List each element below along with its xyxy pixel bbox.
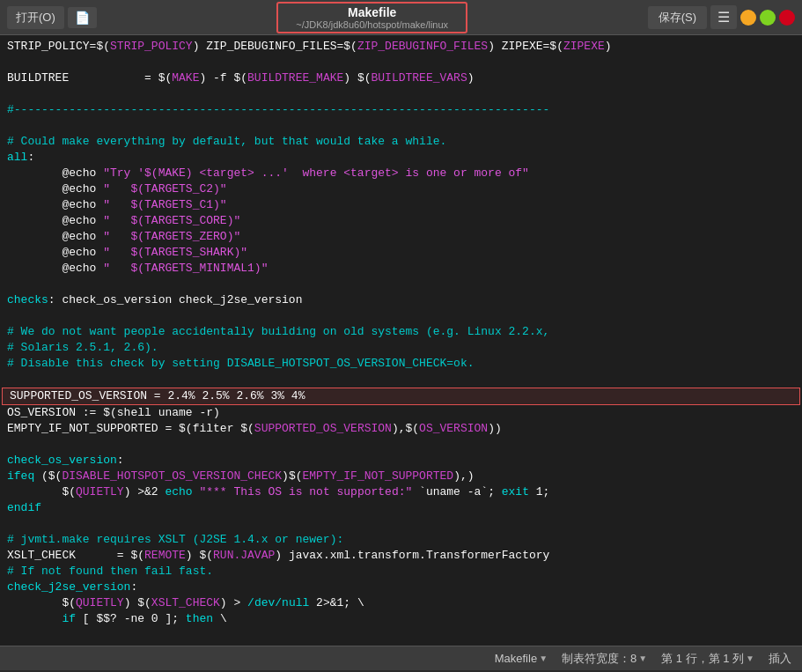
code-line: @echo " $(TARGETS_SHARK)" xyxy=(0,245,802,261)
filetype-selector[interactable]: Makefile ▼ xyxy=(495,652,548,665)
code-text: @echo xyxy=(7,245,103,261)
statusbar-right: Makefile ▼ 制表符宽度：8 ▼ 第 1 行，第 1 列 ▼ 插入 xyxy=(495,651,791,667)
code-line: # If not found then fail fast. xyxy=(0,564,802,580)
code-text: )) xyxy=(488,421,502,437)
code-text: @echo xyxy=(7,197,103,213)
code-text: `uname -a`; xyxy=(412,484,501,500)
window-path: ~/JDK8/jdk8u60/hotspot/make/linux xyxy=(296,19,448,30)
code-line: # jvmti.make requires XSLT (J2SE 1.4.x o… xyxy=(0,532,802,548)
code-text: SUPPORTED_OS_VERSION = 2.4% 2.5% 2.6% 3%… xyxy=(10,388,305,404)
code-line: # Solaris 2.5.1, 2.6). xyxy=(0,340,802,356)
code-text: RUN.JAVAP xyxy=(213,548,275,564)
code-text: ) javax.xml.transform.TransformerFactory xyxy=(275,548,549,564)
insert-mode-label: 插入 xyxy=(769,651,791,667)
code-text: exit xyxy=(502,484,529,500)
titlebar: 打开(O) 📄 Makefile ~/JDK8/jdk8u60/hotspot/… xyxy=(0,0,802,35)
titlebar-center: Makefile ~/JDK8/jdk8u60/hotspot/make/lin… xyxy=(97,2,648,33)
code-text: SUPPORTED_OS_VERSION xyxy=(254,421,392,437)
save-button[interactable]: 保存(S) xyxy=(648,6,707,29)
highlighted-line: SUPPORTED_OS_VERSION = 2.4% 2.5% 2.6% 3%… xyxy=(2,388,800,405)
code-text: @echo xyxy=(7,261,103,277)
code-text: " $(TARGETS_SHARK)" xyxy=(103,245,247,261)
code-line: #---------------------------------------… xyxy=(0,102,802,118)
code-line: OS_VERSION := $(shell uname -r) xyxy=(0,405,802,421)
document-icon-button[interactable]: 📄 xyxy=(68,7,97,28)
code-text: checks xyxy=(7,292,48,308)
code-text: @echo xyxy=(7,229,103,245)
code-text: all xyxy=(7,150,27,166)
position-label: 第 1 行，第 1 列 xyxy=(661,651,744,667)
code-text xyxy=(193,484,200,500)
code-line: endif xyxy=(0,500,802,516)
code-text: : check_os_version check_j2se_version xyxy=(48,292,303,308)
open-menu-button[interactable]: 打开(O) xyxy=(7,6,64,29)
code-text: " $(TARGETS_ZERO)" xyxy=(103,229,240,245)
code-line: @echo "Try '$(MAKE) <target> ...' where … xyxy=(0,166,802,181)
code-line xyxy=(0,308,802,324)
code-text: @echo xyxy=(7,181,103,197)
code-line: @echo " $(TARGETS_MINIMAL1)" xyxy=(0,261,802,277)
code-text: ) -f $( xyxy=(199,70,247,86)
code-text: OS_VERSION xyxy=(419,421,488,437)
code-line: # We do not want people accidentally bui… xyxy=(0,324,802,340)
code-line: @echo " $(TARGETS_C2)" xyxy=(0,181,802,197)
code-text: # jvmti.make requires XSLT (J2SE 1.4.x o… xyxy=(7,532,343,548)
position-arrow: ▼ xyxy=(746,654,754,663)
window-title: Makefile xyxy=(296,5,448,19)
close-button[interactable] xyxy=(779,10,795,26)
code-text: MAKE xyxy=(172,70,199,86)
tabwidth-selector[interactable]: 制表符宽度：8 ▼ xyxy=(562,651,647,667)
code-line: check_j2se_version: xyxy=(0,580,802,595)
position-selector[interactable]: 第 1 行，第 1 列 ▼ xyxy=(661,651,754,667)
code-text: ) $( xyxy=(343,70,371,86)
code-line xyxy=(0,437,802,453)
code-text: endif xyxy=(7,500,41,516)
code-line: ifeq ($(DISABLE_HOTSPOT_OS_VERSION_CHECK… xyxy=(0,469,802,484)
titlebar-left: 打开(O) 📄 xyxy=(7,6,97,29)
code-text: ZIPEXE xyxy=(563,39,605,55)
code-text: EMPTY_IF_NOT_SUPPORTED = $(filter $( xyxy=(7,421,254,437)
code-line: # Disable this check by setting DISABLE_… xyxy=(0,356,802,372)
code-text: ),) xyxy=(453,469,474,484)
code-text: ) >&2 xyxy=(124,484,166,500)
code-text: ($( xyxy=(34,469,62,484)
mode-label: 插入 xyxy=(769,651,791,667)
code-line: $(QUIETLY) $(XSLT_CHECK) > /dev/null 2>&… xyxy=(0,595,802,611)
code-text: then xyxy=(186,611,213,627)
code-text: " $(TARGETS_C1)" xyxy=(103,197,226,213)
code-text: BUILDTREE_MAKE xyxy=(247,70,343,86)
code-text: # Solaris 2.5.1, 2.6). xyxy=(7,340,158,356)
code-line: @echo " $(TARGETS_C1)" xyxy=(0,197,802,213)
code-text: ) xyxy=(467,70,475,86)
titlebar-right: 保存(S) ☰ xyxy=(648,5,795,29)
code-line: EMPTY_IF_NOT_SUPPORTED = $(filter $(SUPP… xyxy=(0,421,802,437)
code-text: @echo xyxy=(7,166,103,181)
code-line xyxy=(0,86,802,102)
code-text: STRIP_POLICY xyxy=(110,39,193,55)
menu-button[interactable]: ☰ xyxy=(710,5,737,29)
code-text: $( xyxy=(7,484,76,500)
code-text: : xyxy=(27,150,34,166)
maximize-button[interactable] xyxy=(760,10,776,26)
minimize-button[interactable] xyxy=(740,10,756,26)
code-text: # We do not want people accidentally bui… xyxy=(7,324,549,340)
code-text: echo xyxy=(165,484,192,500)
code-text: 2>&1; \ xyxy=(309,595,364,611)
code-text: [ $$? -ne 0 ]; xyxy=(76,611,186,627)
code-text: ) > xyxy=(220,595,247,611)
code-line: STRIP_POLICY=$(STRIP_POLICY) ZIP_DEBUGIN… xyxy=(0,39,802,55)
code-text: $( xyxy=(7,595,76,611)
code-text: # Could make everything by default, but … xyxy=(7,134,446,150)
code-text: \ xyxy=(213,611,227,627)
code-text: # If not found then fail fast. xyxy=(7,564,213,580)
code-line: # Could make everything by default, but … xyxy=(0,134,802,150)
editor[interactable]: STRIP_POLICY=$(STRIP_POLICY) ZIP_DEBUGIN… xyxy=(0,35,802,646)
code-line: @echo " $(TARGETS_ZERO)" xyxy=(0,229,802,245)
code-text: XSLT_CHECK = $( xyxy=(7,548,144,564)
code-text: ) xyxy=(605,39,612,55)
tabwidth-arrow: ▼ xyxy=(638,654,647,663)
code-text: QUIETLY xyxy=(76,484,124,500)
code-text: OS_VERSION := $(shell uname -r) xyxy=(7,405,220,421)
code-line xyxy=(0,118,802,134)
code-text: EMPTY_IF_NOT_SUPPORTED xyxy=(302,469,453,484)
